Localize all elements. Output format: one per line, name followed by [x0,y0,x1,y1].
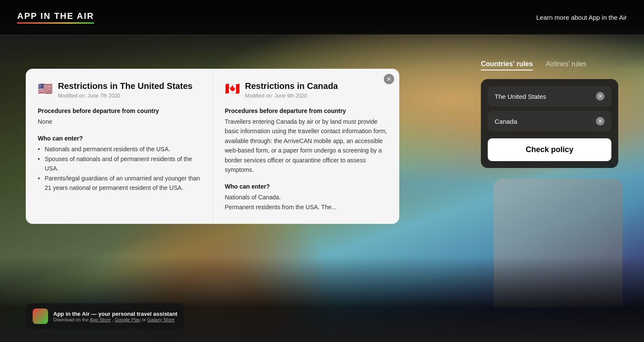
card-usa: 🇺🇸 Restrictions in The United States Mod… [26,69,213,224]
content-panel: 🇺🇸 Restrictions in The United States Mod… [26,69,399,224]
canada-section2-content2: Permanent residents from the USA. The... [225,202,388,212]
banner-text-area: App in the Air — your personal travel as… [53,311,177,322]
banner-main-text: App in the Air — your personal travel as… [53,311,177,317]
logo-underline [17,22,94,24]
usa-bullet-2: Spouses of nationals and of permanent re… [38,154,200,174]
card-usa-title-area: Restrictions in The United States Modifi… [58,81,192,99]
banner-sub-label: Download on the [53,317,90,322]
country-field-1-text: The United States [495,93,546,100]
logo: APP IN THE AIR [17,11,94,24]
cockpit-bottom [0,256,644,342]
banner-sep2: or [142,317,147,322]
clear-field-2-icon[interactable]: ✕ [596,117,605,125]
clear-field-1-icon[interactable]: ✕ [596,92,605,101]
close-canada-card-icon[interactable]: ✕ [384,74,394,84]
banner-sub-text: Download on the App Store , Google Play … [53,317,177,322]
bottom-banner: App in the Air — your personal travel as… [26,303,184,329]
banner-app-icon [33,308,48,324]
card-canada-header: 🇨🇦 Restrictions in Canada Modified on: J… [225,81,388,99]
right-panel: Countries' rules Airlines' rules The Uni… [481,60,618,168]
usa-flag-icon: 🇺🇸 [38,82,53,96]
app-store-link[interactable]: App Store [90,317,111,322]
card-canada: ✕ 🇨🇦 Restrictions in Canada Modified on:… [213,69,400,224]
usa-bullet-3: Parents/legal guardians of an unmarried … [38,174,200,193]
card-canada-title-area: Restrictions in Canada Modified on: June… [245,81,338,99]
search-panel: The United States ✕ Canada ✕ Check polic… [481,79,618,168]
usa-bullet-1: Nationals and permanent residents of the… [38,144,200,154]
usa-section1-content: None [38,117,200,126]
card-usa-header: 🇺🇸 Restrictions in The United States Mod… [38,81,200,99]
header: APP IN THE AIR Learn more about App in t… [0,0,644,34]
usa-bullet-list: Nationals and permanent residents of the… [38,144,200,192]
logo-text: APP IN THE AIR [17,11,94,21]
usa-section2-title: Who can enter? [38,135,200,142]
card-usa-modified: Modified on: June 7th 2020 [58,93,192,99]
card-canada-modified: Modified on: June 9th 2020 [245,93,338,99]
country-field-1[interactable]: The United States ✕ [488,86,611,107]
canada-section2-content: Nationals of Canada. [225,192,388,202]
canada-flag-icon: 🇨🇦 [225,82,240,96]
tabs-row: Countries' rules Airlines' rules [481,60,618,70]
canada-section2-title: Who can enter? [225,183,388,190]
canada-section1-title: Procedures before departure from country [225,107,388,114]
card-usa-title: Restrictions in The United States [58,81,192,91]
country-field-2[interactable]: Canada ✕ [488,111,611,131]
google-play-link[interactable]: Google Play [115,317,140,322]
usa-section1-title: Procedures before departure from country [38,107,200,114]
galaxy-store-link[interactable]: Galaxy Store [147,317,175,322]
tab-airlines[interactable]: Airlines' rules [546,60,586,70]
card-canada-title: Restrictions in Canada [245,81,338,91]
check-policy-button[interactable]: Check policy [488,138,611,161]
canada-section1-content: Travellers entering Canada by air or by … [225,117,388,174]
learn-more-link[interactable]: Learn more about App in the Air [536,14,627,21]
tab-countries[interactable]: Countries' rules [481,60,533,70]
country-field-2-text: Canada [495,118,517,125]
